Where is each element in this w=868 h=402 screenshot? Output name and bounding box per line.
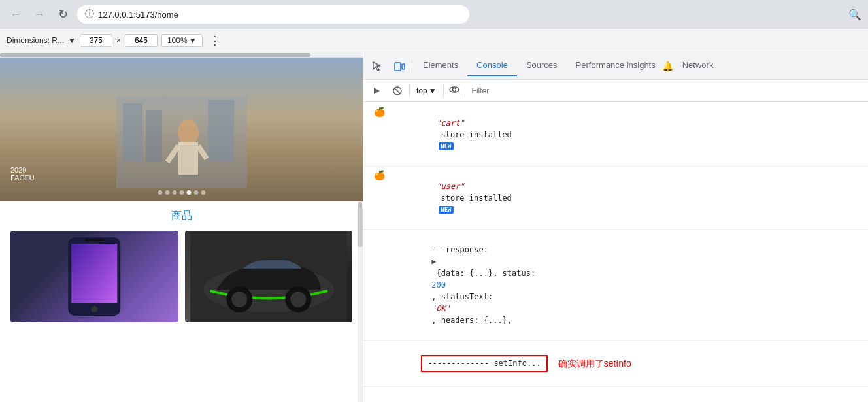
console-line-cart: 🍊 "cart" store installed NEW (363, 103, 868, 167)
clear-console-button[interactable] (367, 83, 386, 99)
block-icon (392, 86, 403, 96)
product-image-phone (10, 231, 178, 322)
user-rest: store installed (436, 193, 512, 203)
dot-5 (186, 190, 191, 195)
device-icon (393, 60, 405, 72)
setinfo-comment: 确实调用了setInfo (558, 357, 631, 371)
cart-icon: 🍊 (374, 105, 385, 119)
svg-line-23 (395, 88, 401, 93)
user-icon: 🍊 (374, 169, 385, 182)
product-card-car[interactable] (185, 231, 353, 322)
browser-toolbar: ← → ↻ ⓘ 127.0.0.1:5173/home 🔍 (0, 0, 868, 29)
context-arrow: ▼ (429, 86, 437, 95)
zoom-arrow: ▼ (189, 36, 197, 45)
car-svg (185, 231, 353, 322)
console-divider-1 (409, 84, 410, 97)
response1-obj: {data: {...}, status: (431, 269, 540, 278)
dimensions-dropdown-arrow: ▼ (68, 36, 76, 45)
url-text: 127.0.0.1:5173/home (98, 10, 178, 20)
back-button[interactable]: ← (7, 5, 25, 24)
console-output: 🍊 "cart" store installed NEW 🍊 "user" st… (363, 102, 868, 402)
filter-input[interactable] (468, 85, 864, 97)
phone-svg (10, 231, 178, 322)
height-input[interactable] (125, 34, 158, 47)
svg-rect-20 (402, 64, 405, 69)
performance-bell-icon: 🔔 (662, 61, 673, 71)
dot-7 (201, 190, 205, 195)
forward-button[interactable]: → (30, 5, 48, 24)
tab-console[interactable]: Console (467, 55, 517, 76)
console-toolbar: top ▼ (363, 80, 868, 102)
block-icon-button[interactable] (388, 83, 407, 99)
inspect-element-button[interactable] (366, 56, 388, 76)
more-options-button[interactable]: ⋮ (209, 33, 221, 48)
browser-chrome: ← → ↻ ⓘ 127.0.0.1:5173/home 🔍 (0, 0, 868, 29)
hero-image: 2020 FACEU (0, 58, 363, 201)
svg-rect-3 (208, 100, 234, 162)
response1-comma2: , headers: {...}, (431, 316, 512, 325)
dot-2 (165, 190, 169, 195)
hero-year: 2020 (10, 166, 35, 174)
tab-network[interactable]: Network (673, 55, 723, 76)
device-toolbar-button[interactable] (388, 56, 410, 76)
setinfo-box: ------------- setInfo... (421, 355, 547, 372)
svg-point-16 (231, 292, 247, 307)
cart-log-text: "cart" store installed NEW (389, 105, 512, 164)
svg-point-11 (91, 306, 97, 312)
tab-divider-1 (412, 59, 412, 73)
user-log-text: "user" store installed NEW (389, 169, 512, 227)
response1-status: 200 (431, 280, 446, 290)
hero-image-svg (116, 84, 247, 188)
console-line-user: 🍊 "user" store installed NEW (363, 167, 868, 230)
response1-arrow[interactable]: ▶ (431, 257, 436, 266)
devtools-pane: Elements Console Sources Performance ins… (363, 52, 868, 402)
eye-icon-button[interactable] (446, 82, 462, 99)
tab-sources[interactable]: Sources (517, 55, 567, 76)
product-image-car (185, 231, 353, 322)
console-divider-2 (443, 84, 444, 97)
product-card-phone[interactable] (10, 231, 178, 322)
response1-statustext: 'OK' (431, 304, 450, 313)
svg-point-4 (178, 120, 199, 146)
svg-marker-21 (374, 88, 380, 94)
dot-3 (172, 190, 176, 195)
console-line-setinfo: ------------- setInfo... 确实调用了setInfo (363, 341, 868, 387)
tab-performance[interactable]: Performance insights (567, 55, 665, 76)
zoom-selector[interactable]: 100% ▼ (161, 34, 203, 47)
search-button[interactable]: 🔍 (848, 8, 861, 21)
response1-key: ---response: (431, 245, 493, 254)
cart-new-badge: NEW (439, 142, 453, 150)
reload-button[interactable]: ↻ (54, 5, 72, 24)
console-line-response2: ---response: ▶ {data: {...}, status: 200… (363, 387, 868, 402)
user-new-badge: NEW (439, 206, 453, 214)
svg-point-25 (452, 88, 456, 92)
response2-text: ---response: ▶ {data: {...}, status: 200… (384, 389, 540, 402)
pane-resize-handle[interactable] (358, 208, 363, 247)
play-icon (371, 86, 382, 96)
main-layout: 2020 FACEU 商品 (0, 52, 868, 402)
dimensions-bar: Dimensions: R... ▼ × 100% ▼ ⋮ (0, 29, 868, 52)
address-bar[interactable]: ⓘ 127.0.0.1:5173/home (77, 5, 469, 24)
dot-4 (179, 190, 184, 195)
svg-rect-5 (178, 142, 198, 175)
context-selector[interactable]: top ▼ (412, 85, 441, 97)
response1-text: ---response: ▶ {data: {...}, status: 200… (384, 232, 540, 338)
console-line-response1: ---response: ▶ {data: {...}, status: 200… (363, 230, 868, 341)
scrollbar-thumb (0, 53, 310, 57)
dimensions-label: Dimensions: R... (7, 36, 64, 45)
response1-comma1: , statusText: (431, 292, 497, 301)
cursor-icon (371, 60, 383, 72)
context-value: top (416, 86, 427, 95)
hero-overlay-text: 2020 FACEU (10, 166, 35, 182)
products-grid (0, 231, 363, 322)
horizontal-scrollbar[interactable] (0, 52, 363, 58)
svg-rect-12 (84, 239, 104, 241)
dot-1 (158, 190, 162, 195)
tab-elements[interactable]: Elements (414, 55, 467, 76)
svg-point-18 (290, 292, 306, 307)
svg-rect-10 (71, 244, 117, 303)
zoom-value: 100% (167, 36, 188, 45)
width-input[interactable] (80, 34, 112, 47)
cart-string: "cart" (436, 118, 464, 127)
page-content: 2020 FACEU 商品 (0, 58, 363, 322)
